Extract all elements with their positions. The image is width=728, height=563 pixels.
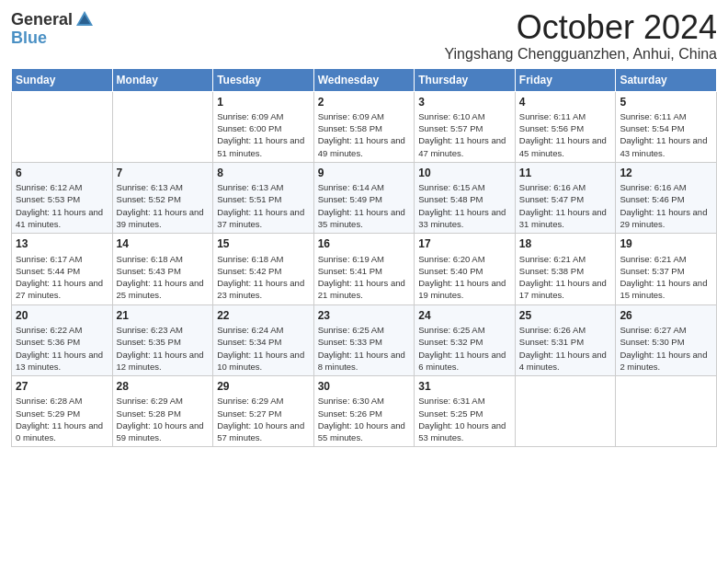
day-number: 16 xyxy=(318,236,411,251)
day-number: 24 xyxy=(418,308,511,323)
table-row: 17Sunrise: 6:20 AMSunset: 5:40 PMDayligh… xyxy=(415,234,516,304)
table-row xyxy=(12,91,113,162)
day-info: Sunrise: 6:09 AMSunset: 6:00 PMDaylight:… xyxy=(217,110,310,159)
table-row: 9Sunrise: 6:14 AMSunset: 5:49 PMDaylight… xyxy=(313,162,415,233)
col-friday: Friday xyxy=(515,68,616,91)
table-row: 3Sunrise: 6:10 AMSunset: 5:57 PMDaylight… xyxy=(415,91,516,162)
day-info: Sunrise: 6:27 AMSunset: 5:30 PMDaylight:… xyxy=(620,324,712,373)
day-number: 15 xyxy=(217,236,310,251)
col-thursday: Thursday xyxy=(415,68,516,91)
table-row: 22Sunrise: 6:24 AMSunset: 5:34 PMDayligh… xyxy=(213,304,314,375)
logo: General Blue xyxy=(11,9,95,46)
title-block: October 2024 Yingshang Chengguanzhen, An… xyxy=(444,9,717,63)
calendar-week-row: 1Sunrise: 6:09 AMSunset: 6:00 PMDaylight… xyxy=(12,91,717,162)
day-info: Sunrise: 6:18 AMSunset: 5:42 PMDaylight:… xyxy=(217,253,310,302)
calendar-week-row: 27Sunrise: 6:28 AMSunset: 5:29 PMDayligh… xyxy=(12,376,717,447)
day-info: Sunrise: 6:26 AMSunset: 5:31 PMDaylight:… xyxy=(519,324,612,373)
day-number: 2 xyxy=(318,95,411,109)
day-info: Sunrise: 6:16 AMSunset: 5:46 PMDaylight:… xyxy=(620,181,712,230)
day-number: 31 xyxy=(418,379,511,394)
day-info: Sunrise: 6:10 AMSunset: 5:57 PMDaylight:… xyxy=(418,110,511,159)
calendar-table: Sunday Monday Tuesday Wednesday Thursday… xyxy=(11,68,717,448)
table-row: 28Sunrise: 6:29 AMSunset: 5:28 PMDayligh… xyxy=(112,376,213,447)
calendar-week-row: 6Sunrise: 6:12 AMSunset: 5:53 PMDaylight… xyxy=(12,162,717,233)
day-number: 23 xyxy=(318,308,411,323)
header: General Blue October 2024 Yingshang Chen… xyxy=(11,9,717,63)
day-info: Sunrise: 6:28 AMSunset: 5:29 PMDaylight:… xyxy=(16,395,108,443)
day-info: Sunrise: 6:20 AMSunset: 5:40 PMDaylight:… xyxy=(418,253,511,302)
table-row: 31Sunrise: 6:31 AMSunset: 5:25 PMDayligh… xyxy=(415,376,516,447)
table-row: 2Sunrise: 6:09 AMSunset: 5:58 PMDaylight… xyxy=(313,91,415,162)
table-row: 20Sunrise: 6:22 AMSunset: 5:36 PMDayligh… xyxy=(12,304,113,375)
table-row: 30Sunrise: 6:30 AMSunset: 5:26 PMDayligh… xyxy=(313,376,415,447)
day-number: 1 xyxy=(217,95,310,109)
day-info: Sunrise: 6:25 AMSunset: 5:32 PMDaylight:… xyxy=(418,324,511,373)
month-title: October 2024 xyxy=(444,9,717,46)
day-info: Sunrise: 6:16 AMSunset: 5:47 PMDaylight:… xyxy=(519,181,612,230)
table-row: 10Sunrise: 6:15 AMSunset: 5:48 PMDayligh… xyxy=(415,162,516,233)
page: General Blue October 2024 Yingshang Chen… xyxy=(0,0,728,563)
table-row: 13Sunrise: 6:17 AMSunset: 5:44 PMDayligh… xyxy=(12,234,113,304)
table-row: 12Sunrise: 6:16 AMSunset: 5:46 PMDayligh… xyxy=(616,162,717,233)
day-info: Sunrise: 6:15 AMSunset: 5:48 PMDaylight:… xyxy=(418,181,511,230)
day-info: Sunrise: 6:29 AMSunset: 5:28 PMDaylight:… xyxy=(117,395,210,443)
col-sunday: Sunday xyxy=(12,68,113,91)
day-info: Sunrise: 6:24 AMSunset: 5:34 PMDaylight:… xyxy=(217,324,310,373)
day-info: Sunrise: 6:12 AMSunset: 5:53 PMDaylight:… xyxy=(16,181,108,230)
day-number: 25 xyxy=(519,308,612,323)
table-row: 18Sunrise: 6:21 AMSunset: 5:38 PMDayligh… xyxy=(515,234,616,304)
day-info: Sunrise: 6:18 AMSunset: 5:43 PMDaylight:… xyxy=(117,253,210,302)
table-row xyxy=(112,91,213,162)
logo-blue-text: Blue xyxy=(11,29,47,46)
day-info: Sunrise: 6:13 AMSunset: 5:51 PMDaylight:… xyxy=(217,181,310,230)
table-row: 23Sunrise: 6:25 AMSunset: 5:33 PMDayligh… xyxy=(313,304,415,375)
day-number: 30 xyxy=(318,379,411,394)
day-number: 3 xyxy=(418,95,511,109)
day-number: 20 xyxy=(16,308,108,323)
day-info: Sunrise: 6:13 AMSunset: 5:52 PMDaylight:… xyxy=(117,181,210,230)
col-wednesday: Wednesday xyxy=(313,68,415,91)
day-number: 11 xyxy=(519,166,612,180)
day-number: 26 xyxy=(620,308,712,323)
day-info: Sunrise: 6:21 AMSunset: 5:37 PMDaylight:… xyxy=(620,253,712,302)
col-saturday: Saturday xyxy=(616,68,717,91)
day-number: 13 xyxy=(16,236,108,251)
table-row: 7Sunrise: 6:13 AMSunset: 5:52 PMDaylight… xyxy=(112,162,213,233)
day-number: 17 xyxy=(418,236,511,251)
day-info: Sunrise: 6:14 AMSunset: 5:49 PMDaylight:… xyxy=(318,181,411,230)
day-info: Sunrise: 6:11 AMSunset: 5:54 PMDaylight:… xyxy=(620,110,712,159)
col-monday: Monday xyxy=(112,68,213,91)
day-info: Sunrise: 6:30 AMSunset: 5:26 PMDaylight:… xyxy=(318,395,411,443)
day-info: Sunrise: 6:17 AMSunset: 5:44 PMDaylight:… xyxy=(16,253,108,302)
table-row: 4Sunrise: 6:11 AMSunset: 5:56 PMDaylight… xyxy=(515,91,616,162)
day-info: Sunrise: 6:29 AMSunset: 5:27 PMDaylight:… xyxy=(217,395,310,443)
location-title: Yingshang Chengguanzhen, Anhui, China xyxy=(444,46,717,63)
day-number: 29 xyxy=(217,379,310,394)
calendar-header-row: Sunday Monday Tuesday Wednesday Thursday… xyxy=(12,68,717,91)
day-number: 12 xyxy=(620,166,712,180)
table-row: 11Sunrise: 6:16 AMSunset: 5:47 PMDayligh… xyxy=(515,162,616,233)
col-tuesday: Tuesday xyxy=(213,68,314,91)
logo-general-text: General xyxy=(11,11,73,28)
day-number: 27 xyxy=(16,379,108,394)
day-number: 22 xyxy=(217,308,310,323)
day-number: 4 xyxy=(519,95,612,109)
table-row xyxy=(616,376,717,447)
day-number: 8 xyxy=(217,166,310,180)
table-row: 29Sunrise: 6:29 AMSunset: 5:27 PMDayligh… xyxy=(213,376,314,447)
calendar-week-row: 13Sunrise: 6:17 AMSunset: 5:44 PMDayligh… xyxy=(12,234,717,304)
table-row: 8Sunrise: 6:13 AMSunset: 5:51 PMDaylight… xyxy=(213,162,314,233)
day-number: 9 xyxy=(318,166,411,180)
calendar-week-row: 20Sunrise: 6:22 AMSunset: 5:36 PMDayligh… xyxy=(12,304,717,375)
table-row: 5Sunrise: 6:11 AMSunset: 5:54 PMDaylight… xyxy=(616,91,717,162)
table-row: 6Sunrise: 6:12 AMSunset: 5:53 PMDaylight… xyxy=(12,162,113,233)
table-row: 26Sunrise: 6:27 AMSunset: 5:30 PMDayligh… xyxy=(616,304,717,375)
table-row: 21Sunrise: 6:23 AMSunset: 5:35 PMDayligh… xyxy=(112,304,213,375)
day-info: Sunrise: 6:23 AMSunset: 5:35 PMDaylight:… xyxy=(117,324,210,373)
day-number: 19 xyxy=(620,236,712,251)
day-info: Sunrise: 6:25 AMSunset: 5:33 PMDaylight:… xyxy=(318,324,411,373)
day-info: Sunrise: 6:11 AMSunset: 5:56 PMDaylight:… xyxy=(519,110,612,159)
day-info: Sunrise: 6:22 AMSunset: 5:36 PMDaylight:… xyxy=(16,324,108,373)
table-row: 1Sunrise: 6:09 AMSunset: 6:00 PMDaylight… xyxy=(213,91,314,162)
day-info: Sunrise: 6:19 AMSunset: 5:41 PMDaylight:… xyxy=(318,253,411,302)
